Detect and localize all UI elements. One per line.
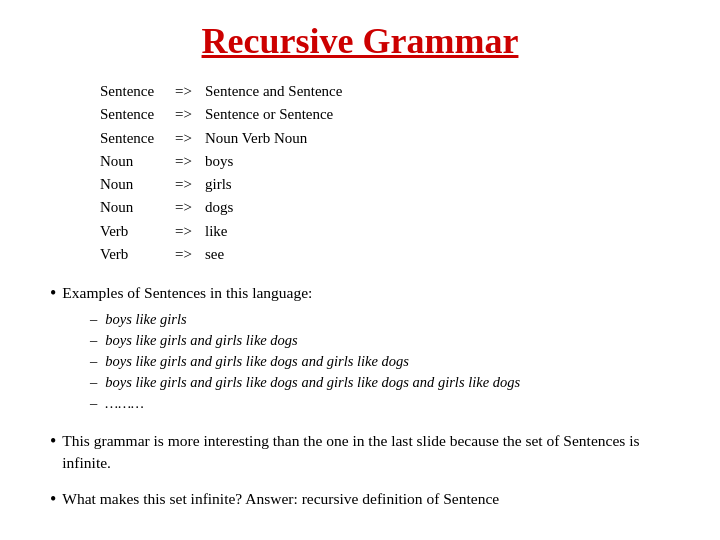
sub-text: boys like girls and girls like dogs and … xyxy=(105,351,409,372)
sub-text: boys like girls and girls like dogs and … xyxy=(105,372,520,393)
bullet3-text: What makes this set infinite? Answer: re… xyxy=(62,488,499,511)
grammar-row: Noun => boys xyxy=(100,150,670,173)
grammar-arrow: => xyxy=(175,220,205,243)
bullet1-text: Examples of Sentences in this language: xyxy=(62,282,312,305)
grammar-arrow: => xyxy=(175,150,205,173)
grammar-table: Sentence => Sentence and Sentence Senten… xyxy=(100,80,670,266)
grammar-row: Verb => see xyxy=(100,243,670,266)
grammar-rhs: boys xyxy=(205,150,233,173)
bullet2-section: • This grammar is more interesting than … xyxy=(50,430,670,477)
grammar-lhs: Sentence xyxy=(100,103,175,126)
grammar-lhs: Noun xyxy=(100,196,175,219)
bullet1-section: • Examples of Sentences in this language… xyxy=(50,282,670,420)
bullet2-text: This grammar is more interesting than th… xyxy=(62,430,670,473)
grammar-arrow: => xyxy=(175,173,205,196)
slide-title: Recursive Grammar xyxy=(50,20,670,62)
grammar-row: Sentence => Noun Verb Noun xyxy=(100,127,670,150)
sub-text: boys like girls and girls like dogs xyxy=(105,330,298,351)
grammar-lhs: Verb xyxy=(100,243,175,266)
grammar-row: Noun => dogs xyxy=(100,196,670,219)
bullet3-section: • What makes this set infinite? Answer: … xyxy=(50,488,670,515)
grammar-arrow: => xyxy=(175,103,205,126)
bullet2-dot: • xyxy=(50,430,56,473)
grammar-row: Sentence => Sentence or Sentence xyxy=(100,103,670,126)
sub-bullet-item: – boys like girls and girls like dogs xyxy=(90,330,670,351)
bullet3-dot: • xyxy=(50,488,56,511)
sub-bullets: – boys like girls – boys like girls and … xyxy=(90,309,670,414)
grammar-arrow: => xyxy=(175,127,205,150)
grammar-lhs: Sentence xyxy=(100,127,175,150)
grammar-row: Sentence => Sentence and Sentence xyxy=(100,80,670,103)
sub-bullet-item: – boys like girls and girls like dogs an… xyxy=(90,351,670,372)
sub-dash: – xyxy=(90,351,97,372)
sub-dash: – xyxy=(90,309,97,330)
grammar-lhs: Noun xyxy=(100,150,175,173)
bullet1-dot: • xyxy=(50,282,56,305)
grammar-arrow: => xyxy=(175,243,205,266)
grammar-lhs: Noun xyxy=(100,173,175,196)
sub-dash: – xyxy=(90,372,97,393)
grammar-rhs: Noun Verb Noun xyxy=(205,127,307,150)
grammar-rhs: girls xyxy=(205,173,232,196)
grammar-rhs: see xyxy=(205,243,224,266)
sub-text: boys like girls xyxy=(105,309,186,330)
sub-dash: – xyxy=(90,393,97,414)
grammar-rhs: Sentence or Sentence xyxy=(205,103,333,126)
grammar-lhs: Verb xyxy=(100,220,175,243)
sub-bullet-item: – boys like girls xyxy=(90,309,670,330)
sub-bullet-item: – boys like girls and girls like dogs an… xyxy=(90,372,670,393)
slide-container: Recursive Grammar Sentence => Sentence a… xyxy=(0,0,720,540)
sub-text: ……… xyxy=(105,393,144,414)
grammar-row: Noun => girls xyxy=(100,173,670,196)
grammar-lhs: Sentence xyxy=(100,80,175,103)
grammar-arrow: => xyxy=(175,80,205,103)
grammar-row: Verb => like xyxy=(100,220,670,243)
sub-bullet-item: – ……… xyxy=(90,393,670,414)
sub-dash: – xyxy=(90,330,97,351)
grammar-rhs: like xyxy=(205,220,228,243)
grammar-arrow: => xyxy=(175,196,205,219)
grammar-rhs: Sentence and Sentence xyxy=(205,80,342,103)
grammar-rhs: dogs xyxy=(205,196,233,219)
